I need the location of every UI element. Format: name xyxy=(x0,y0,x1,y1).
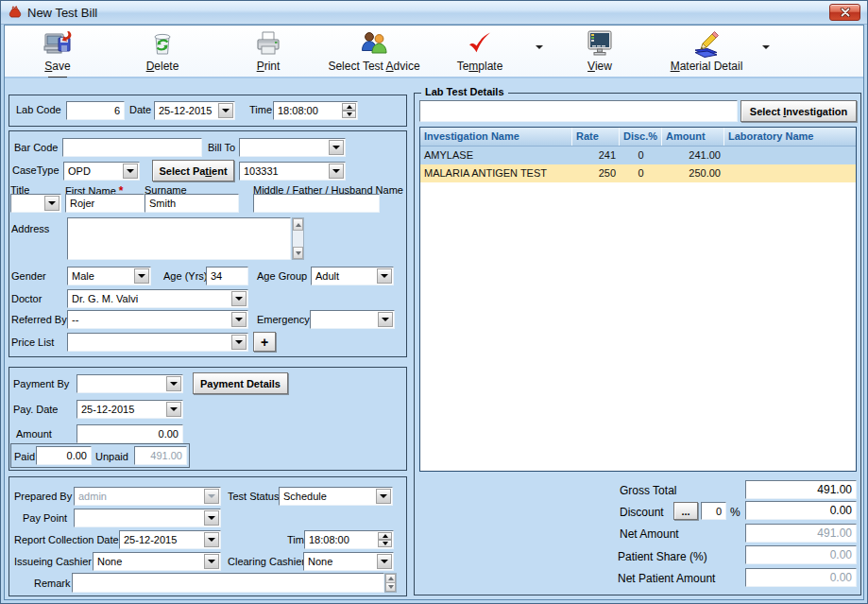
report-collection-date-combo[interactable]: 25-12-2015 xyxy=(119,530,221,549)
chevron-down-icon[interactable] xyxy=(166,402,181,417)
close-button[interactable] xyxy=(829,4,860,21)
chevron-down-icon[interactable] xyxy=(204,510,219,526)
first-name-input[interactable] xyxy=(65,194,145,213)
time-spinner[interactable]: 18:08:00 xyxy=(273,101,358,120)
select-investigation-button[interactable]: Select Investigation xyxy=(740,100,857,122)
emergency-combo[interactable] xyxy=(310,310,395,329)
report-time-spinner[interactable]: 18:08:00 xyxy=(304,530,394,549)
price-list-combo[interactable] xyxy=(67,333,248,352)
chevron-down-icon[interactable] xyxy=(204,532,219,547)
spin-up-icon[interactable] xyxy=(378,532,392,540)
discount-percent-input[interactable] xyxy=(701,502,726,520)
gender-combo[interactable]: Male xyxy=(67,267,151,285)
select-test-advice-label: Select Test Advice xyxy=(328,60,419,73)
print-button[interactable]: Print xyxy=(235,28,301,78)
doctor-label: Doctor xyxy=(11,293,42,304)
address-textarea[interactable] xyxy=(67,217,291,260)
doctor-combo[interactable]: Dr. G. M. Valvi xyxy=(67,289,248,308)
referred-by-combo[interactable]: -- xyxy=(67,310,248,329)
age-group-combo[interactable]: Adult xyxy=(311,267,394,285)
age-input[interactable] xyxy=(206,267,248,285)
bill-to-combo[interactable] xyxy=(239,138,346,157)
print-label: Print xyxy=(257,60,281,73)
col-amount[interactable]: Amount xyxy=(662,128,724,146)
net-patient-amount-field xyxy=(745,568,857,587)
net-amount-field xyxy=(745,524,857,543)
col-laboratory-name[interactable]: Laboratory Name xyxy=(724,128,856,146)
delete-button[interactable]: Delete xyxy=(129,28,196,78)
add-price-list-button[interactable]: + xyxy=(253,332,276,352)
unpaid-input xyxy=(134,446,187,465)
scroll-up-icon[interactable] xyxy=(293,218,303,231)
test-status-combo[interactable]: Schedule xyxy=(279,487,393,506)
chevron-down-icon[interactable] xyxy=(376,489,391,504)
discount-lookup-button[interactable]: ... xyxy=(673,502,698,520)
amount-input[interactable] xyxy=(77,424,183,443)
title-combo[interactable] xyxy=(10,194,61,213)
remark-scrollbar[interactable] xyxy=(384,573,397,593)
surname-input[interactable] xyxy=(145,194,239,213)
chevron-down-icon[interactable] xyxy=(44,196,60,211)
chevron-down-icon[interactable] xyxy=(231,291,247,306)
chevron-down-icon[interactable] xyxy=(204,554,219,569)
date-combo[interactable]: 25-12-2015 xyxy=(154,101,235,120)
pay-point-combo[interactable] xyxy=(74,509,221,527)
chevron-down-icon[interactable] xyxy=(231,335,247,350)
select-test-advice-button[interactable]: Select Test Advice xyxy=(320,28,428,78)
template-dropdown-arrow[interactable] xyxy=(536,45,543,49)
investigation-search-input[interactable] xyxy=(419,100,738,122)
window-title: New Test Bill xyxy=(27,6,97,20)
close-icon xyxy=(840,8,851,17)
chevron-down-icon[interactable] xyxy=(329,164,344,179)
material-detail-dropdown-arrow[interactable] xyxy=(762,45,770,49)
investigations-grid: Investigation Name Rate Disc.% Amount La… xyxy=(419,127,857,472)
select-patient-button[interactable]: Select Patient xyxy=(152,160,234,181)
net-amount-label: Net Amount xyxy=(620,527,679,541)
address-scrollbar[interactable] xyxy=(292,217,304,260)
emergency-label: Emergency xyxy=(257,314,310,325)
view-button[interactable]: View xyxy=(567,28,633,78)
material-detail-button[interactable]: Material Detail xyxy=(654,28,759,78)
template-button[interactable]: Template xyxy=(439,28,520,78)
chevron-down-icon[interactable] xyxy=(123,164,138,179)
save-label: Save xyxy=(44,60,70,73)
chevron-down-icon[interactable] xyxy=(166,376,181,391)
chevron-down-icon[interactable] xyxy=(377,554,392,569)
col-disc[interactable]: Disc.% xyxy=(620,128,662,146)
col-rate[interactable]: Rate xyxy=(572,128,620,146)
save-button[interactable]: Save xyxy=(25,28,91,78)
scroll-down-icon[interactable] xyxy=(385,582,396,592)
spin-down-icon[interactable] xyxy=(378,540,392,547)
chevron-down-icon[interactable] xyxy=(329,140,344,155)
grid-header: Investigation Name Rate Disc.% Amount La… xyxy=(420,128,856,147)
referred-by-label: Referred By xyxy=(11,314,67,325)
app-window: New Test Bill Save xyxy=(0,0,868,604)
age-group-label: Age Group xyxy=(257,270,307,282)
payment-details-button[interactable]: Payment Details xyxy=(193,372,288,394)
col-investigation-name[interactable]: Investigation Name xyxy=(420,128,572,146)
percent-sign: % xyxy=(730,506,740,519)
middle-name-input[interactable] xyxy=(253,194,380,213)
remark-input[interactable] xyxy=(72,573,384,593)
paid-input[interactable] xyxy=(36,446,92,465)
save-focus-underline xyxy=(48,77,67,78)
spin-up-icon[interactable] xyxy=(342,103,356,111)
table-row[interactable]: AMYLASE 241 0 241.00 xyxy=(420,147,856,164)
chevron-down-icon[interactable] xyxy=(231,312,247,327)
payment-by-combo[interactable] xyxy=(77,374,183,393)
delete-icon xyxy=(147,28,178,59)
bar-code-input[interactable] xyxy=(62,138,202,157)
spin-down-icon[interactable] xyxy=(342,111,356,118)
case-type-combo[interactable]: OPD xyxy=(63,162,140,181)
scroll-down-icon[interactable] xyxy=(293,247,303,259)
clearing-cashier-combo[interactable]: None xyxy=(303,552,394,571)
table-row-selected[interactable]: MALARIA ANTIGEN TEST 250 0 250.00 xyxy=(420,164,856,182)
pay-date-combo[interactable]: 25-12-2015 xyxy=(77,400,183,419)
lab-code-input[interactable] xyxy=(66,101,125,120)
issuing-cashier-combo[interactable]: None xyxy=(93,552,221,571)
chevron-down-icon[interactable] xyxy=(377,268,392,284)
chevron-down-icon[interactable] xyxy=(378,312,393,327)
chevron-down-icon[interactable] xyxy=(218,103,233,118)
patient-id-combo[interactable]: 103331 xyxy=(239,162,346,181)
chevron-down-icon[interactable] xyxy=(134,268,149,284)
